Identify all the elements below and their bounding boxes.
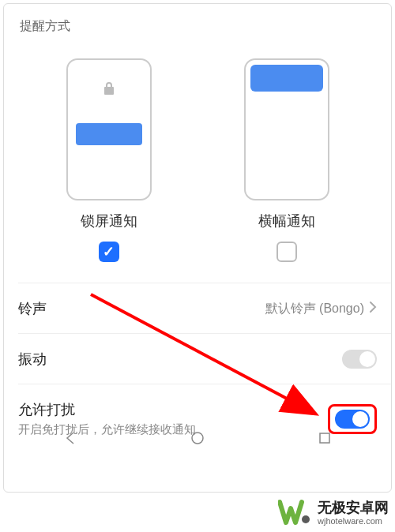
option-banner-checkbox[interactable] xyxy=(276,242,297,262)
watermark-title: 无极安卓网 xyxy=(318,500,389,516)
option-banner[interactable]: 横幅通知 xyxy=(231,58,342,262)
option-lockscreen-checkbox[interactable]: ✓ xyxy=(99,242,119,262)
lockscreen-preview xyxy=(66,58,152,200)
checkmark-icon: ✓ xyxy=(103,243,115,260)
option-lockscreen[interactable]: 锁屏通知 ✓ xyxy=(54,58,164,262)
vibrate-toggle[interactable] xyxy=(342,350,377,369)
nav-back-button[interactable] xyxy=(62,430,78,449)
settings-card: 提醒方式 锁屏通知 ✓ 横幅通知 铃声 默认铃声 (Bongo) xyxy=(3,3,392,493)
vibrate-row: 振动 xyxy=(4,334,391,384)
ringtone-label: 铃声 xyxy=(18,299,47,318)
watermark-url: wjhotelware.com xyxy=(318,516,389,526)
svg-rect-3 xyxy=(320,433,329,443)
watermark-text: 无极安卓网 wjhotelware.com xyxy=(318,500,389,526)
watermark-logo xyxy=(278,499,311,527)
watermark: 无极安卓网 wjhotelware.com xyxy=(278,499,389,527)
option-banner-label: 横幅通知 xyxy=(258,212,315,230)
banner-preview xyxy=(244,58,329,200)
option-lockscreen-label: 锁屏通知 xyxy=(81,212,137,230)
toggle-knob xyxy=(352,411,368,427)
nav-recents-button[interactable] xyxy=(317,430,333,449)
chevron-right-icon xyxy=(369,301,377,317)
toggle-knob xyxy=(359,351,375,367)
banner-shape xyxy=(250,65,323,92)
android-nav-bar xyxy=(7,425,388,454)
ringtone-value: 默认铃声 (Bongo) xyxy=(265,301,364,317)
svg-point-2 xyxy=(192,433,203,444)
lockscreen-banner-shape xyxy=(76,123,142,145)
notification-style-options: 锁屏通知 ✓ 横幅通知 xyxy=(4,43,391,270)
vibrate-label: 振动 xyxy=(18,350,47,369)
section-title: 提醒方式 xyxy=(4,4,391,43)
allow-disturb-label: 允许打扰 xyxy=(18,400,196,419)
ringtone-value-wrap: 默认铃声 (Bongo) xyxy=(265,301,377,317)
svg-point-4 xyxy=(302,515,310,523)
lock-icon xyxy=(102,81,116,99)
nav-home-button[interactable] xyxy=(190,430,205,449)
ringtone-row[interactable]: 铃声 默认铃声 (Bongo) xyxy=(4,283,391,334)
